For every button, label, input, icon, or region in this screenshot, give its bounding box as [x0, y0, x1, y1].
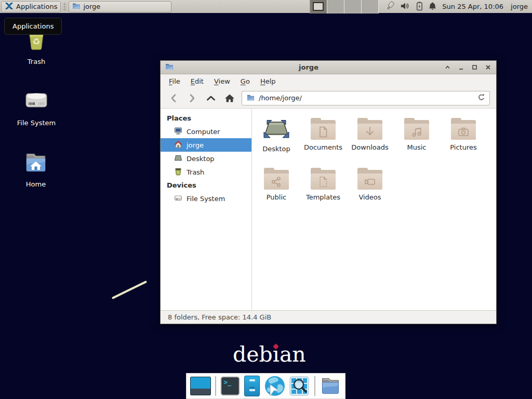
- home-button[interactable]: [223, 91, 236, 105]
- file-item-label: Videos: [358, 193, 381, 201]
- bottom-dock: >_: [186, 373, 345, 399]
- window-folder-icon: [165, 62, 174, 72]
- file-view[interactable]: Desktop Documents Downloads Music: [252, 109, 496, 310]
- folder-icon[interactable]: [320, 375, 341, 397]
- minimize-button[interactable]: [457, 63, 465, 72]
- file-item-label: Downloads: [351, 143, 388, 151]
- show-desktop-icon[interactable]: [190, 375, 211, 397]
- notifications-bell-icon[interactable]: [428, 1, 437, 12]
- folder-public-icon: [264, 168, 289, 190]
- workspace-3[interactable]: [344, 0, 362, 14]
- applications-menu-button[interactable]: Applications: [1, 1, 61, 12]
- forward-button[interactable]: [185, 91, 199, 105]
- location-bar[interactable]: /home/jorge/: [242, 91, 490, 105]
- maximize-button[interactable]: [470, 63, 478, 72]
- sidebar-item-label: Computer: [187, 128, 220, 136]
- sidebar-header-devices: Devices: [161, 179, 251, 192]
- file-manager-window: jorge File Edit View Go Help: [160, 60, 497, 324]
- debian-logo-text: debıan: [233, 342, 306, 367]
- sidebar-item-desktop[interactable]: Desktop: [161, 152, 251, 165]
- path-folder-icon: [246, 94, 255, 103]
- removable-media-icon[interactable]: [385, 1, 395, 12]
- computer-icon: [174, 127, 182, 137]
- volume-icon[interactable]: [400, 1, 410, 12]
- file-item-downloads[interactable]: Downloads: [347, 115, 393, 165]
- file-item-label: Public: [267, 193, 286, 201]
- system-tray: [385, 1, 437, 12]
- back-button[interactable]: [167, 91, 180, 105]
- status-text: 8 folders, Free space: 14.4 GiB: [168, 313, 271, 321]
- panel-clock[interactable]: Sun 25 Apr, 10:06: [442, 3, 503, 10]
- app-finder-icon[interactable]: [288, 375, 310, 397]
- wallpaper-scratch-line: [112, 281, 147, 299]
- file-item-label: Desktop: [262, 145, 290, 153]
- battery-charging-icon[interactable]: [415, 1, 423, 12]
- file-item-music[interactable]: Music: [393, 115, 440, 165]
- file-item-videos[interactable]: Videos: [347, 165, 393, 215]
- menu-edit[interactable]: Edit: [185, 76, 209, 87]
- workspace-pager: [310, 0, 379, 14]
- menu-go[interactable]: Go: [235, 76, 255, 87]
- taskbar-window-label: jorge: [83, 3, 100, 10]
- shade-button[interactable]: [443, 63, 451, 72]
- panel-username[interactable]: jorge: [511, 3, 528, 10]
- window-titlebar[interactable]: jorge: [161, 61, 496, 74]
- sidebar-item-trash[interactable]: ♻ Trash: [161, 165, 251, 179]
- folder-videos-icon: [357, 168, 382, 190]
- workspace-4[interactable]: [362, 0, 379, 14]
- path-input[interactable]: /home/jorge/: [259, 94, 474, 102]
- file-item-templates[interactable]: Templates: [300, 165, 347, 215]
- sidebar: Places Computer jorge Desktop: [161, 109, 252, 310]
- xfce-logo-icon: [5, 2, 14, 12]
- workspace-2[interactable]: [327, 0, 344, 14]
- window-body: Places Computer jorge Desktop: [161, 109, 496, 310]
- file-item-pictures[interactable]: Pictures: [440, 115, 487, 165]
- workspace-window-thumbnail: [313, 2, 324, 11]
- sidebar-header-places: Places: [161, 112, 251, 125]
- applications-menu-label: Applications: [16, 3, 57, 10]
- panel-handle[interactable]: [63, 2, 66, 11]
- file-item-label: Templates: [306, 193, 340, 201]
- sidebar-item-computer[interactable]: Computer: [161, 125, 251, 138]
- file-item-desktop[interactable]: Desktop: [253, 115, 300, 165]
- folder-templates-icon: [311, 168, 336, 190]
- folder-music-icon: [404, 118, 429, 140]
- home-folder-icon: [23, 151, 49, 177]
- folder-documents-icon: [311, 118, 336, 140]
- desktop-icon-file-system[interactable]: File System: [8, 87, 65, 127]
- terminal-icon[interactable]: >_: [220, 375, 240, 397]
- sidebar-item-jorge[interactable]: jorge: [161, 138, 251, 152]
- desktop-icon-home[interactable]: Home: [7, 151, 64, 188]
- workspace-1[interactable]: [310, 0, 327, 14]
- desktop-icon-label: Home: [26, 180, 46, 188]
- home-icon: [174, 140, 182, 150]
- debian-red-diamond: [273, 343, 278, 349]
- desktop-special-icon: [263, 118, 290, 141]
- dock-separator: [215, 376, 216, 396]
- taskbar-window-button[interactable]: jorge: [69, 1, 171, 12]
- menu-bar: File Edit View Go Help: [161, 74, 496, 88]
- file-cabinet-icon[interactable]: [243, 375, 262, 397]
- folder-icon: [72, 2, 81, 11]
- svg-text:♻: ♻: [177, 170, 179, 174]
- file-item-public[interactable]: Public: [253, 165, 300, 215]
- file-item-label: Pictures: [450, 143, 476, 151]
- file-item-label: Music: [407, 143, 427, 151]
- debian-wallpaper-logo: debıan: [233, 342, 300, 367]
- menu-file[interactable]: File: [164, 76, 185, 87]
- trash-icon: ♻: [174, 167, 182, 177]
- window-controls: [443, 63, 492, 72]
- file-item-documents[interactable]: Documents: [300, 115, 347, 165]
- up-button[interactable]: [204, 91, 218, 105]
- desktop-icon-label: File System: [17, 119, 56, 127]
- top-panel: Applications jorge Sun 25 Apr, 10:06 jor…: [0, 0, 532, 14]
- folder-downloads-icon: [357, 118, 382, 140]
- close-button[interactable]: [484, 63, 492, 72]
- menu-view[interactable]: View: [209, 76, 235, 87]
- menu-help[interactable]: Help: [255, 76, 281, 87]
- sidebar-item-file-system[interactable]: File System: [161, 192, 251, 205]
- applications-tooltip: Applications: [4, 18, 62, 35]
- sidebar-item-label: jorge: [187, 141, 204, 149]
- web-browser-icon[interactable]: [264, 375, 286, 397]
- reload-icon[interactable]: [477, 94, 485, 103]
